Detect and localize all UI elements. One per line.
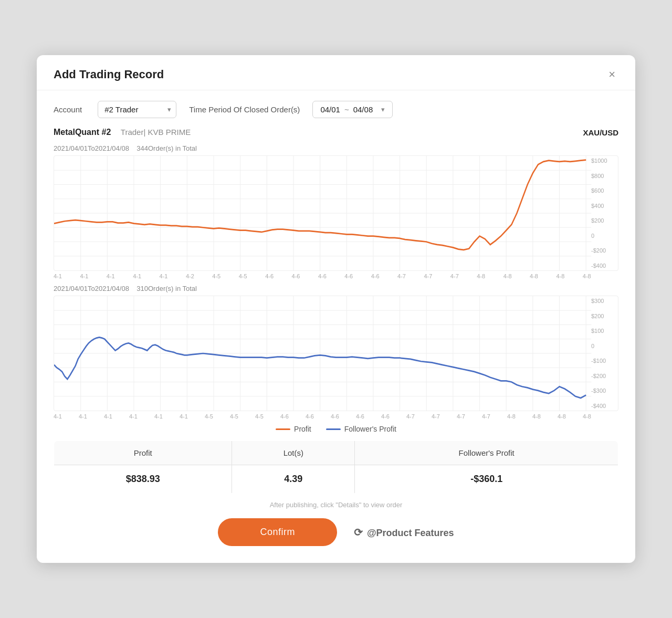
account-broker: Trader| KVB PRIME [121, 128, 191, 137]
account-name: MetalQuant #2 [54, 128, 111, 137]
chart1-container [54, 155, 618, 271]
date-from: 04/01 [320, 105, 340, 114]
date-tilde: ~ [344, 105, 349, 114]
date-dropdown-icon: ▾ [381, 106, 385, 113]
time-period-label: Time Period Of Closed Order(s) [189, 105, 300, 114]
close-button[interactable]: × [605, 68, 618, 81]
modal-body: Account #2 Trader ▾ Time Period Of Close… [37, 90, 635, 563]
chart2-meta: 2021/04/01To2021/04/08 310Order(s) in To… [54, 285, 618, 292]
hint-text: After publishing, click "Details" to vie… [54, 501, 618, 509]
legend-profit-label: Profit [294, 425, 311, 433]
legend-follower: Follower's Profit [326, 425, 396, 433]
confirm-row: Confirm ⟳ @Product Features [54, 518, 618, 546]
watermark: ⟳ @Product Features [354, 526, 454, 539]
modal-header: Add Trading Record × [37, 55, 635, 90]
chart1-svg [54, 156, 618, 270]
chart2-container [54, 296, 618, 411]
account-select[interactable]: #2 Trader [98, 101, 176, 118]
chart1-section: 2021/04/01To2021/04/08 344Order(s) in To… [54, 144, 618, 279]
chart2-svg [54, 296, 618, 411]
chart2-x-labels: 4-1 4-1 4-1 4-1 4-1 4-1 4-5 4-5 4-5 4-6 … [54, 412, 618, 420]
chart1-meta: 2021/04/01To2021/04/08 344Order(s) in To… [54, 144, 618, 152]
modal: Add Trading Record × Account #2 Trader ▾… [37, 55, 635, 563]
stats-col3-value: -$360.1 [355, 465, 618, 494]
modal-title: Add Trading Record [54, 68, 164, 81]
legend-follower-label: Follower's Profit [344, 425, 396, 433]
date-range[interactable]: 04/01 ~ 04/08 ▾ [312, 101, 393, 118]
stats-col1-value: $838.93 [54, 465, 232, 494]
account-info-left: MetalQuant #2 Trader| KVB PRIME [54, 128, 191, 137]
account-info-row: MetalQuant #2 Trader| KVB PRIME XAU/USD [54, 128, 618, 137]
pair-label: XAU/USD [583, 128, 618, 137]
account-label: Account [54, 105, 82, 114]
chart2-section: 2021/04/01To2021/04/08 310Order(s) in To… [54, 285, 618, 420]
legend-follower-line [326, 428, 341, 430]
stats-col2-value: 4.39 [232, 465, 355, 494]
stats-col1-header: Profit [54, 441, 232, 465]
legend-profit: Profit [276, 425, 311, 433]
chart1-x-labels: 4-1 4-1 4-1 4-1 4-1 4-2 4-5 4-5 4-6 4-6 … [54, 272, 618, 279]
date-to: 04/08 [353, 105, 373, 114]
chart2-wrapper: $300 $200 $100 0 -$100 -$200 -$300 -$400 [54, 296, 618, 411]
stats-col3-header: Follower's Profit [355, 441, 618, 465]
account-select-wrapper: #2 Trader ▾ [98, 101, 176, 118]
watermark-icon: ⟳ [354, 527, 363, 538]
legend-profit-line [276, 428, 290, 430]
confirm-button[interactable]: Confirm [218, 518, 337, 546]
stats-col2-header: Lot(s) [232, 441, 355, 465]
chart1-wrapper: $1000 $800 $600 $400 $200 0 -$200 -$400 [54, 155, 618, 271]
form-row: Account #2 Trader ▾ Time Period Of Close… [54, 101, 618, 118]
stats-table: Profit Lot(s) Follower's Profit $838.93 … [54, 441, 618, 494]
legend-row: Profit Follower's Profit [54, 425, 618, 433]
